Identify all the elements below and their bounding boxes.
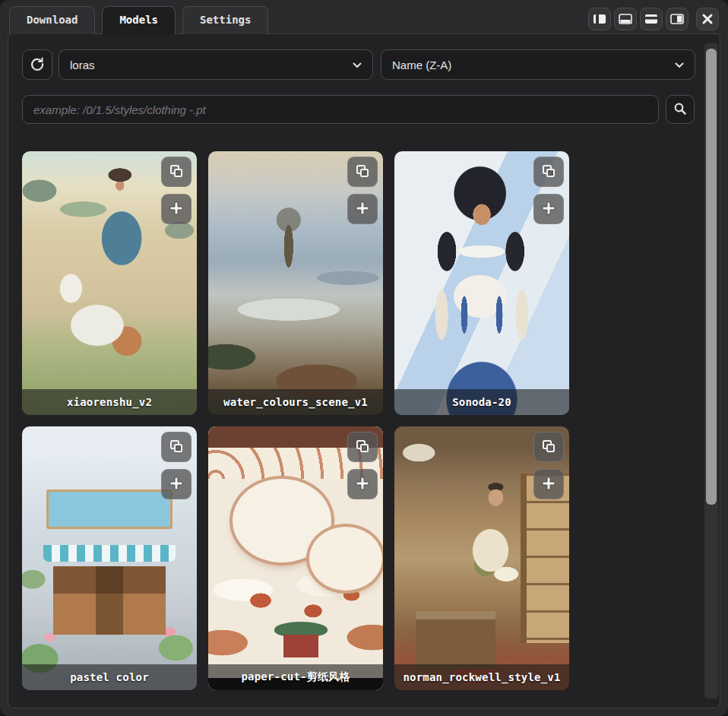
- scrollbar-track[interactable]: [704, 43, 718, 699]
- add-model-button[interactable]: [533, 194, 564, 224]
- art-detail: [283, 635, 318, 657]
- copy-model-path-button[interactable]: [533, 432, 564, 462]
- copy-icon: [541, 439, 556, 456]
- art-detail: [416, 611, 496, 669]
- model-name-label: pastel color: [22, 664, 197, 690]
- model-card[interactable]: norman_rockwell_style_v1: [394, 426, 569, 690]
- split-left-icon: [593, 14, 606, 24]
- model-browser-window: Download Models Settings loras: [0, 0, 728, 716]
- model-name-label: paper-cut-剪纸风格: [208, 664, 383, 690]
- model-name-label: Sonoda-20: [394, 389, 569, 415]
- card-actions: [161, 157, 191, 224]
- plus-icon: [541, 476, 556, 493]
- card-actions: [347, 432, 378, 499]
- refresh-icon: [30, 56, 45, 74]
- copy-model-path-button[interactable]: [161, 157, 191, 187]
- model-type-select[interactable]: loras: [59, 49, 373, 80]
- add-model-button[interactable]: [347, 194, 378, 224]
- art-detail: [46, 489, 173, 529]
- card-actions: [533, 432, 564, 499]
- split-top-icon: [644, 14, 658, 24]
- model-card[interactable]: paper-cut-剪纸风格: [208, 426, 383, 690]
- copy-icon: [355, 163, 370, 181]
- split-bottom-icon: [619, 14, 632, 24]
- plus-icon: [355, 476, 370, 493]
- split-top-button[interactable]: [640, 8, 663, 30]
- plus-icon: [355, 201, 370, 218]
- plus-icon: [169, 476, 184, 493]
- copy-icon: [355, 439, 370, 456]
- add-model-button[interactable]: [161, 194, 191, 224]
- art-detail: [43, 545, 176, 562]
- model-name-label: water_colours_scene_v1: [208, 389, 383, 415]
- chevron-down-icon: [675, 58, 684, 71]
- sort-value: Name (Z-A): [392, 59, 675, 71]
- card-actions: [347, 157, 378, 224]
- chevron-down-icon: [353, 58, 362, 71]
- tab-settings[interactable]: Settings: [182, 6, 268, 34]
- model-name-label: norman_rockwell_style_v1: [394, 664, 569, 690]
- copy-model-path-button[interactable]: [161, 432, 191, 462]
- copy-model-path-button[interactable]: [347, 432, 378, 462]
- add-model-button[interactable]: [161, 469, 191, 499]
- copy-model-path-button[interactable]: [533, 157, 564, 187]
- model-card[interactable]: pastel color: [22, 426, 197, 690]
- split-right-icon: [670, 14, 684, 24]
- close-icon: [701, 13, 714, 25]
- split-left-button[interactable]: [588, 8, 611, 30]
- scrollbar-thumb[interactable]: [706, 49, 717, 505]
- copy-icon: [541, 163, 556, 181]
- magnifier-icon: [673, 102, 687, 118]
- model-card[interactable]: Sonoda-20: [394, 151, 569, 415]
- plus-icon: [169, 201, 184, 218]
- sort-select[interactable]: Name (Z-A): [381, 49, 695, 80]
- tab-download[interactable]: Download: [9, 6, 95, 34]
- model-card[interactable]: xiaorenshu_v2: [22, 151, 197, 415]
- plus-icon: [541, 201, 556, 218]
- model-card-grid: xiaorenshu_v2 water_colours_scene_v1: [22, 151, 581, 690]
- tab-models[interactable]: Models: [102, 6, 176, 34]
- art-detail: [53, 566, 165, 635]
- refresh-button[interactable]: [22, 49, 52, 80]
- copy-icon: [169, 439, 184, 456]
- window-controls: [588, 8, 719, 30]
- models-panel: loras Name (Z-A): [8, 33, 720, 708]
- model-name-label: xiaorenshu_v2: [22, 389, 197, 415]
- model-card[interactable]: water_colours_scene_v1: [208, 151, 383, 415]
- art-detail: [309, 527, 382, 591]
- copy-model-path-button[interactable]: [347, 157, 378, 187]
- add-model-button[interactable]: [347, 469, 378, 499]
- search-input[interactable]: [22, 95, 659, 124]
- card-actions: [161, 432, 191, 499]
- card-actions: [533, 157, 564, 224]
- copy-icon: [169, 163, 184, 181]
- split-bottom-button[interactable]: [614, 8, 637, 30]
- tab-bar: Download Models Settings: [9, 6, 268, 34]
- search-button[interactable]: [666, 95, 695, 124]
- close-button[interactable]: [696, 8, 719, 30]
- model-type-value: loras: [70, 59, 353, 71]
- add-model-button[interactable]: [533, 469, 564, 499]
- split-right-button[interactable]: [666, 8, 688, 30]
